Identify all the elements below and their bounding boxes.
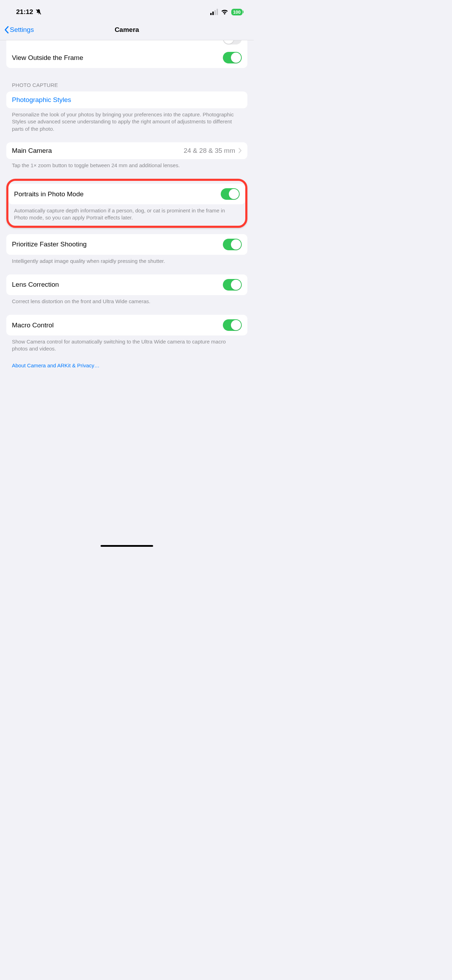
cellular-signal-icon [210,9,218,15]
macro-control-row[interactable]: Macro Control [6,315,247,336]
chevron-right-icon [239,148,242,153]
macro-control-label: Macro Control [12,321,54,329]
portraits-label: Portraits in Photo Mode [14,190,84,198]
main-camera-label: Main Camera [12,147,52,154]
lens-correction-group: Lens Correction [6,274,247,295]
main-camera-row[interactable]: Main Camera 24 & 28 & 35 mm [6,142,247,159]
prioritize-group: Prioritize Faster Shooting [6,234,247,255]
macro-control-footer: Show Camera control for automatically sw… [6,336,247,353]
page-title: Camera [115,26,139,33]
lens-correction-toggle[interactable] [223,279,242,291]
top-group: View Outside the Frame [6,40,247,68]
portraits-toggle[interactable] [221,188,240,200]
partial-toggle[interactable] [223,40,242,45]
macro-control-group: Macro Control [6,315,247,336]
photographic-styles-label: Photographic Styles [12,96,71,104]
chevron-left-icon [4,26,9,33]
privacy-link[interactable]: About Camera and ARKit & Privacy… [6,353,247,368]
main-camera-footer: Tap the 1× zoom button to toggle between… [6,159,247,169]
silent-mode-icon [35,8,42,16]
lens-correction-label: Lens Correction [12,281,59,288]
prioritize-label: Prioritize Faster Shooting [12,240,86,248]
wifi-icon [221,9,228,15]
view-outside-frame-row[interactable]: View Outside the Frame [6,47,247,68]
status-indicators: 100 [210,9,242,16]
back-button[interactable]: Settings [4,26,34,33]
photo-capture-header: PHOTO CAPTURE [6,68,247,91]
photographic-styles-group: Photographic Styles [6,91,247,108]
view-outside-frame-toggle[interactable] [223,52,242,64]
portraits-group: Portraits in Photo Mode [8,184,245,204]
battery-indicator: 100 [231,9,242,16]
prioritize-faster-shooting-row[interactable]: Prioritize Faster Shooting [6,234,247,255]
home-indicator[interactable] [100,545,153,547]
highlight-annotation: Portraits in Photo Mode Automatically ca… [6,179,247,228]
portraits-footer: Automatically capture depth information … [8,204,245,222]
main-camera-group: Main Camera 24 & 28 & 35 mm [6,142,247,159]
navigation-bar: Settings Camera [0,21,254,40]
photographic-styles-row[interactable]: Photographic Styles [6,91,247,108]
partial-row-above [6,40,247,47]
back-label: Settings [10,26,34,33]
photographic-styles-footer: Personalize the look of your photos by b… [6,108,247,132]
portraits-photo-mode-row[interactable]: Portraits in Photo Mode [8,184,245,204]
status-time: 21:12 [16,8,33,16]
main-camera-detail: 24 & 28 & 35 mm [184,147,235,154]
status-time-area: 21:12 [16,8,42,16]
status-bar: 21:12 100 [0,0,254,21]
prioritize-footer: Intelligently adapt image quality when r… [6,255,247,265]
macro-control-toggle[interactable] [223,319,242,331]
prioritize-toggle[interactable] [223,239,242,250]
lens-correction-footer: Correct lens distortion on the front and… [6,295,247,305]
lens-correction-row[interactable]: Lens Correction [6,274,247,295]
view-outside-frame-label: View Outside the Frame [12,54,83,62]
